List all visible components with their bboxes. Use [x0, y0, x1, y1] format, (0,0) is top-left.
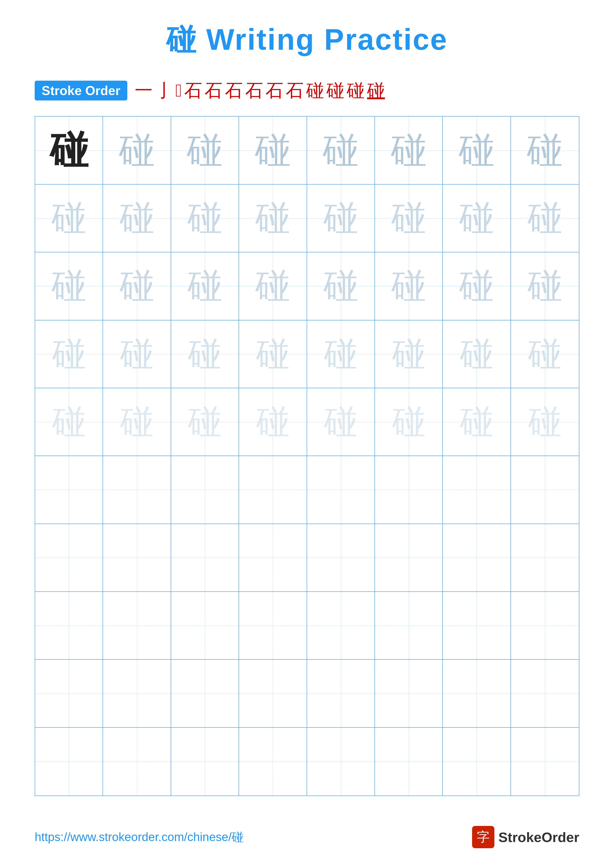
- grid-cell[interactable]: 碰: [307, 321, 375, 388]
- grid-cell[interactable]: [307, 592, 375, 660]
- grid-cell[interactable]: 碰: [375, 321, 443, 388]
- grid-cell[interactable]: [375, 456, 443, 524]
- grid-cell[interactable]: 碰: [375, 388, 443, 456]
- grid-cell[interactable]: [443, 456, 511, 524]
- grid-cell[interactable]: 碰: [239, 116, 307, 184]
- grid-cell[interactable]: [35, 660, 103, 727]
- grid-cell[interactable]: 碰: [443, 388, 511, 456]
- practice-char: 碰: [460, 332, 493, 377]
- grid-cell[interactable]: [375, 728, 443, 795]
- stroke-8: 石: [266, 80, 283, 101]
- stroke-6: 石: [225, 80, 243, 101]
- grid-cell[interactable]: [443, 728, 511, 795]
- grid-cell[interactable]: [103, 660, 171, 727]
- grid-cell[interactable]: 碰: [35, 184, 103, 253]
- practice-char: 碰: [324, 399, 358, 444]
- grid-cell[interactable]: 碰: [239, 253, 307, 320]
- footer-url[interactable]: https://www.strokeorder.com/chinese/碰: [35, 829, 244, 845]
- grid-row-4: 碰 碰 碰 碰 碰 碰 碰 碰: [35, 321, 579, 388]
- grid-cell[interactable]: [103, 524, 171, 592]
- grid-cell[interactable]: 碰: [103, 321, 171, 388]
- grid-cell[interactable]: 碰: [239, 321, 307, 388]
- grid-cell[interactable]: [511, 660, 579, 727]
- grid-cell[interactable]: 碰: [443, 321, 511, 388]
- grid-cell[interactable]: [103, 456, 171, 524]
- grid-cell[interactable]: 碰: [171, 184, 239, 253]
- grid-cell[interactable]: 碰: [171, 253, 239, 320]
- grid-cell[interactable]: 碰: [103, 116, 171, 184]
- grid-cell[interactable]: [511, 728, 579, 795]
- grid-cell[interactable]: [35, 728, 103, 795]
- grid-cell[interactable]: 碰: [375, 253, 443, 320]
- practice-char: 碰: [527, 126, 563, 175]
- grid-cell[interactable]: [511, 456, 579, 524]
- practice-char: 碰: [120, 399, 154, 444]
- grid-cell[interactable]: [375, 524, 443, 592]
- grid-cell[interactable]: 碰: [103, 388, 171, 456]
- grid-cell[interactable]: [307, 524, 375, 592]
- grid-cell[interactable]: 碰: [171, 388, 239, 456]
- grid-cell[interactable]: [375, 592, 443, 660]
- grid-cell[interactable]: 碰: [375, 116, 443, 184]
- grid-cell[interactable]: 碰: [443, 116, 511, 184]
- grid-row-8: [35, 592, 579, 660]
- grid-cell[interactable]: [307, 456, 375, 524]
- grid-cell[interactable]: 碰: [307, 253, 375, 320]
- practice-char: 碰: [392, 332, 426, 377]
- grid-cell[interactable]: 碰: [375, 184, 443, 253]
- grid-cell[interactable]: 碰: [35, 388, 103, 456]
- grid-cell[interactable]: [171, 660, 239, 727]
- grid-cell[interactable]: [103, 592, 171, 660]
- grid-cell[interactable]: 碰: [511, 388, 579, 456]
- grid-cell[interactable]: 碰: [307, 116, 375, 184]
- grid-cell[interactable]: 碰: [307, 184, 375, 253]
- stroke-chars: 一 亅 𠃌 石 石 石 石 石 石 碰 碰 碰 碰: [135, 80, 385, 101]
- grid-cell[interactable]: 碰: [511, 116, 579, 184]
- grid-cell[interactable]: [239, 456, 307, 524]
- grid-cell[interactable]: [171, 592, 239, 660]
- practice-char: 碰: [255, 262, 290, 310]
- stroke-9: 石: [286, 80, 304, 101]
- grid-cell[interactable]: 碰: [171, 116, 239, 184]
- grid-cell[interactable]: 碰: [171, 321, 239, 388]
- grid-cell[interactable]: 碰: [239, 388, 307, 456]
- grid-cell[interactable]: 碰: [443, 184, 511, 253]
- grid-cell[interactable]: 碰: [35, 116, 103, 184]
- practice-char: 碰: [255, 195, 290, 242]
- practice-char: 碰: [324, 332, 358, 377]
- practice-char: 碰: [119, 126, 155, 175]
- grid-cell[interactable]: [239, 592, 307, 660]
- stroke-4: 石: [184, 80, 202, 101]
- grid-cell[interactable]: [239, 728, 307, 795]
- grid-cell[interactable]: 碰: [511, 184, 579, 253]
- grid-cell[interactable]: 碰: [511, 321, 579, 388]
- grid-cell[interactable]: 碰: [511, 253, 579, 320]
- grid-cell[interactable]: [511, 592, 579, 660]
- grid-cell[interactable]: [511, 524, 579, 592]
- grid-cell[interactable]: [171, 456, 239, 524]
- grid-cell[interactable]: 碰: [239, 184, 307, 253]
- grid-cell[interactable]: 碰: [103, 253, 171, 320]
- grid-cell[interactable]: 碰: [35, 253, 103, 320]
- grid-cell[interactable]: [307, 660, 375, 727]
- grid-cell[interactable]: [35, 456, 103, 524]
- grid-cell[interactable]: [35, 592, 103, 660]
- grid-cell[interactable]: [443, 592, 511, 660]
- grid-cell[interactable]: [171, 728, 239, 795]
- grid-cell[interactable]: [239, 660, 307, 727]
- grid-cell[interactable]: 碰: [443, 253, 511, 320]
- grid-cell[interactable]: [171, 524, 239, 592]
- grid-cell[interactable]: 碰: [103, 184, 171, 253]
- grid-cell[interactable]: [239, 524, 307, 592]
- grid-cell[interactable]: [375, 660, 443, 727]
- grid-cell[interactable]: [307, 728, 375, 795]
- grid-cell[interactable]: 碰: [35, 321, 103, 388]
- stroke-12: 碰: [347, 80, 365, 101]
- grid-cell[interactable]: [35, 524, 103, 592]
- grid-cell[interactable]: [103, 728, 171, 795]
- grid-cell[interactable]: 碰: [307, 388, 375, 456]
- grid-row-2: 碰 碰 碰 碰 碰 碰 碰 碰: [35, 184, 579, 253]
- grid-cell[interactable]: [443, 524, 511, 592]
- grid-cell[interactable]: [443, 660, 511, 727]
- practice-char: 碰: [188, 195, 222, 242]
